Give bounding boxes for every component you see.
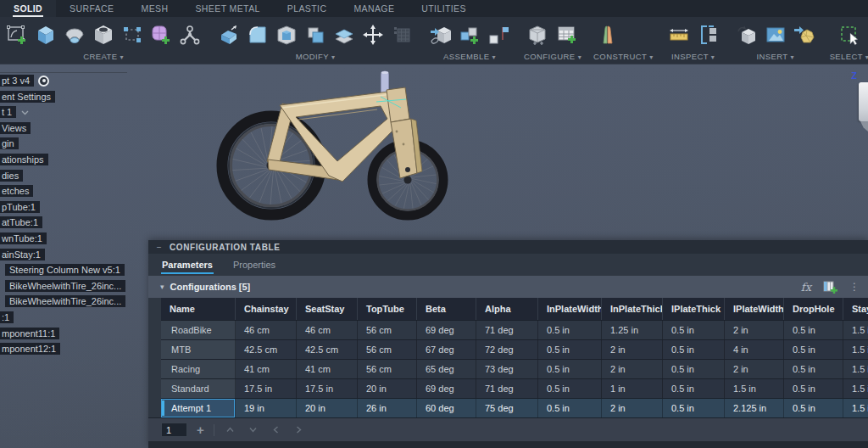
collapse-caret-icon[interactable]: ▾ bbox=[160, 283, 164, 291]
table-row[interactable]: Racing 41 cm 41 cm 56 cm 65 deg 73 deg 0… bbox=[161, 359, 868, 378]
cell-inplatethick[interactable]: 2 in bbox=[602, 340, 663, 359]
cell-stayin[interactable]: 1.5 in bbox=[843, 340, 868, 359]
cell-drophole[interactable]: 0.5 in bbox=[784, 360, 843, 378]
cell-seatstay[interactable]: 17.5 in bbox=[297, 379, 358, 398]
column-header[interactable]: IPlateThick bbox=[663, 298, 725, 320]
browser-item-label[interactable]: t 1 bbox=[0, 106, 16, 118]
insert-mesh-icon[interactable] bbox=[791, 20, 818, 49]
browser-item-label[interactable]: mponent12:1 bbox=[0, 343, 60, 355]
cell-stayin[interactable]: 1.5 in bbox=[843, 399, 868, 417]
cell-inplatethick[interactable]: 1 in bbox=[602, 379, 663, 398]
cell-seatstay[interactable]: 41 cm bbox=[297, 360, 358, 378]
column-header[interactable]: InPlateThick bbox=[602, 298, 663, 320]
cell-drophole[interactable]: 0.5 in bbox=[784, 321, 843, 339]
configurations-section-header[interactable]: ▾ Configurations [5] fx ⋮ bbox=[148, 276, 868, 298]
inspect-group-label[interactable]: INSPECT ▾ bbox=[665, 51, 721, 61]
cell-drophole[interactable]: 0.5 in bbox=[784, 340, 843, 359]
cell-toptube[interactable]: 56 cm bbox=[358, 321, 417, 339]
browser-item-label[interactable]: ent Settings bbox=[0, 91, 55, 103]
panel-title-bar[interactable]: − CONFIGURATION TABLE bbox=[148, 240, 868, 254]
config-name-cell[interactable]: MTB bbox=[161, 340, 236, 359]
cell-inplatewidth[interactable]: 0.5 in bbox=[538, 379, 602, 398]
cell-iplatewidth[interactable]: 2 in bbox=[725, 321, 784, 339]
browser-item[interactable]: etches bbox=[0, 185, 149, 197]
extrude-icon[interactable] bbox=[32, 20, 59, 49]
cell-alpha[interactable]: 75 deg bbox=[476, 399, 538, 417]
column-header[interactable]: IPlateWidth bbox=[725, 298, 784, 320]
cell-beta[interactable]: 69 deg bbox=[417, 321, 476, 339]
browser-item-label[interactable]: BikeWheelwithTire_26inc... bbox=[5, 295, 125, 307]
cell-beta[interactable]: 65 deg bbox=[417, 360, 476, 378]
browser-item-label[interactable]: Steering Column New v5:1 bbox=[5, 264, 125, 276]
cell-inplatethick[interactable]: 1.25 in bbox=[602, 321, 663, 339]
add-configuration-button[interactable]: + bbox=[197, 423, 204, 436]
cell-iplatethick[interactable]: 0.5 in bbox=[663, 399, 725, 417]
browser-item[interactable]: ationships bbox=[0, 154, 149, 165]
column-header[interactable]: Name bbox=[161, 298, 236, 320]
browser-item-label[interactable]: gin bbox=[0, 137, 19, 149]
cell-seatstay[interactable]: 20 in bbox=[297, 399, 358, 417]
config-name-cell[interactable]: Racing bbox=[161, 360, 236, 378]
cell-inplatewidth[interactable]: 0.5 in bbox=[538, 399, 602, 417]
table-row[interactable]: RoadBike 46 cm 46 cm 56 cm 69 deg 71 deg… bbox=[161, 320, 868, 339]
as-built-joint-icon[interactable] bbox=[485, 20, 512, 49]
browser-item[interactable]: ent Settings bbox=[0, 91, 149, 103]
cell-iplatewidth[interactable]: 2 in bbox=[725, 360, 784, 378]
construction-plane-icon[interactable] bbox=[593, 20, 620, 49]
fillet-icon[interactable] bbox=[244, 20, 271, 49]
browser-item[interactable]: t 1 bbox=[0, 106, 149, 118]
cell-inplatewidth[interactable]: 0.5 in bbox=[538, 340, 602, 359]
column-header[interactable]: TopTube bbox=[358, 298, 417, 320]
cell-toptube[interactable]: 26 in bbox=[358, 399, 417, 417]
browser-item[interactable]: BikeWheelwithTire_26inc... bbox=[0, 295, 149, 307]
browser-item-label[interactable]: BikeWheelwithTire_26inc... bbox=[5, 280, 125, 292]
cell-chainstay[interactable]: 17.5 in bbox=[236, 379, 297, 398]
insert-derive-icon[interactable] bbox=[733, 20, 760, 49]
construct-group-label[interactable]: CONSTRUCT ▾ bbox=[593, 51, 654, 61]
viewport-canvas[interactable]: pt 3 v4 ent Settings t 1 Views bbox=[0, 64, 868, 448]
assemble-group-label[interactable]: ASSEMBLE ▾ bbox=[427, 51, 512, 61]
cell-beta[interactable]: 60 deg bbox=[417, 399, 476, 417]
create-form-icon[interactable] bbox=[147, 20, 175, 49]
cell-inplatethick[interactable]: 2 in bbox=[602, 399, 663, 417]
cell-iplatewidth[interactable]: 2.125 in bbox=[725, 399, 784, 417]
browser-item-label[interactable]: ationships bbox=[0, 154, 48, 165]
table-row[interactable]: MTB 42.5 cm 42.5 cm 56 cm 67 deg 72 deg … bbox=[161, 339, 868, 359]
cell-iplatethick[interactable]: 0.5 in bbox=[663, 360, 725, 378]
ribbon-tab[interactable]: PLASTIC bbox=[274, 0, 341, 17]
cell-alpha[interactable]: 73 deg bbox=[476, 360, 538, 378]
ribbon-tab[interactable]: MESH bbox=[128, 0, 182, 17]
move-right-icon[interactable] bbox=[292, 423, 306, 437]
bike-3d-model[interactable] bbox=[195, 68, 492, 246]
browser-item[interactable]: BikeWheelwithTire_26inc... bbox=[0, 280, 149, 292]
cell-iplatethick[interactable]: 0.5 in bbox=[663, 340, 725, 359]
cell-drophole[interactable]: 0.5 in bbox=[784, 399, 843, 417]
column-header[interactable]: Alpha bbox=[476, 298, 538, 320]
browser-item[interactable]: wnTube:1 bbox=[0, 232, 149, 244]
browser-item-label[interactable]: pt 3 v4 bbox=[0, 75, 34, 87]
browser-item[interactable]: ainStay:1 bbox=[0, 249, 149, 260]
cell-alpha[interactable]: 71 deg bbox=[476, 379, 538, 398]
column-header[interactable]: DropHole bbox=[784, 298, 843, 320]
minimize-panel-icon[interactable]: − bbox=[153, 243, 165, 252]
panel-tab[interactable]: Properties bbox=[232, 256, 276, 274]
measure-icon[interactable] bbox=[665, 20, 693, 49]
change-parameters-icon[interactable] bbox=[388, 20, 415, 49]
hole-icon[interactable] bbox=[90, 20, 117, 49]
configuration-icon[interactable] bbox=[524, 20, 551, 49]
cell-chainstay[interactable]: 46 cm bbox=[236, 321, 297, 339]
browser-item[interactable]: pTube:1 bbox=[0, 201, 149, 213]
config-name-cell[interactable]: Attempt 1 bbox=[161, 399, 236, 417]
chevron-down-icon[interactable] bbox=[21, 109, 29, 116]
cell-stayin[interactable]: 1.5 in bbox=[843, 360, 868, 378]
browser-item[interactable]: atTube:1 bbox=[0, 216, 149, 228]
cell-chainstay[interactable]: 19 in bbox=[236, 399, 297, 417]
select-group-label[interactable]: SELECT ▾ bbox=[830, 51, 868, 61]
ribbon-tab[interactable]: SHEET METAL bbox=[181, 0, 273, 17]
column-header[interactable]: SeatStay bbox=[297, 298, 358, 320]
ribbon-tab[interactable]: SOLID bbox=[0, 0, 56, 17]
cell-toptube[interactable]: 56 cm bbox=[358, 340, 417, 359]
configure-group-label[interactable]: CONFIGURE ▾ bbox=[524, 51, 581, 61]
canvas-icon[interactable] bbox=[762, 20, 789, 49]
cell-chainstay[interactable]: 41 cm bbox=[236, 360, 297, 378]
